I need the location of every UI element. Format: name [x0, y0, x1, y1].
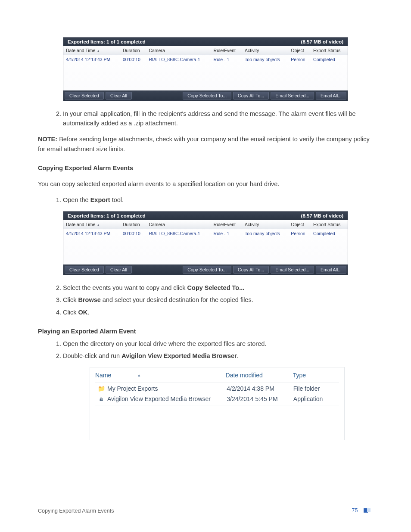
col-camera[interactable]: Camera	[146, 220, 211, 229]
sort-asc-icon: ▲	[97, 223, 100, 227]
explorer-header-row: Name ▲ Date modified Type	[90, 367, 344, 381]
application-icon: a	[98, 395, 105, 402]
panel-titlebar: Exported Items: 1 of 1 completed (8.57 M…	[63, 37, 348, 46]
email-all-button[interactable]: Email All...	[316, 266, 346, 274]
panel-title-right: (8.57 MB of video)	[301, 39, 343, 44]
col-date-modified[interactable]: Date modified	[226, 372, 293, 379]
list-item: Open the directory on your local drive w…	[63, 339, 373, 348]
explorer-cell-type: File folder	[293, 385, 339, 392]
panel-titlebar: Exported Items: 1 of 1 completed (8.57 M…	[63, 212, 348, 220]
panel-actionbar: Clear Selected Clear All Copy Selected T…	[63, 90, 348, 101]
cell-camera: RIALTO_8B8C-Camera-1	[146, 55, 211, 64]
col-datetime[interactable]: Date and Time▲	[63, 220, 120, 229]
divider	[95, 382, 339, 383]
footer-left: Copying Exported Alarm Events	[38, 508, 114, 514]
list-item: Open the Export tool.	[63, 195, 373, 205]
email-all-button[interactable]: Email All...	[316, 92, 346, 100]
copy-all-to-button[interactable]: Copy All To...	[233, 266, 269, 274]
explorer-row[interactable]: 📁My Project Exports 4/2/2014 4:38 PM Fil…	[90, 383, 344, 394]
clear-selected-button[interactable]: Clear Selected	[65, 266, 104, 274]
panel-title-left: Exported Items: 1 of 1 completed	[68, 39, 146, 44]
col-datetime[interactable]: Date and Time▲	[63, 46, 120, 55]
cell-ruleevent: Rule - 1	[211, 229, 243, 238]
panel-title-right: (8.57 MB of video)	[301, 213, 343, 218]
list-item: Select the events you want to copy and c…	[63, 283, 373, 292]
brand-squares-icon	[364, 508, 373, 514]
table-row[interactable]: 4/1/2014 12:13:43 PM 00:00:10 RIALTO_8B8…	[63, 55, 348, 64]
table-empty-space	[63, 64, 348, 90]
copy-step-list: Open the Export tool.	[38, 195, 373, 205]
cell-datetime: 4/1/2014 12:13:43 PM	[63, 229, 120, 238]
email-step-list: In your email application, fill in the r…	[38, 109, 373, 128]
list-item: Double-click and run Avigilon View Expor…	[63, 351, 373, 361]
copy-step-list-cont: Select the events you want to copy and c…	[38, 283, 373, 317]
table-header-row: Date and Time▲ Duration Camera Rule/Even…	[63, 220, 348, 229]
cell-duration: 00:00:10	[120, 229, 146, 238]
explorer-cell-date: 3/24/2014 5:45 PM	[227, 395, 293, 402]
list-item: Click OK.	[63, 308, 373, 317]
copy-selected-to-button[interactable]: Copy Selected To...	[183, 92, 231, 100]
page-number: 75	[352, 507, 358, 513]
explorer-cell-name: aAvigilon View Exported Media Browser	[98, 395, 227, 402]
explorer-empty-area	[90, 406, 344, 440]
panel-actionbar: Clear Selected Clear All Copy Selected T…	[63, 264, 348, 275]
table-row[interactable]: 4/1/2014 12:13:43 PM 00:00:10 RIALTO_8B8…	[63, 229, 348, 238]
cell-activity: Too many objects	[242, 229, 288, 238]
divider	[95, 405, 339, 405]
cell-ruleevent: Rule - 1	[211, 55, 243, 64]
play-step-list: Open the directory on your local drive w…	[38, 339, 373, 361]
col-ruleevent[interactable]: Rule/Event	[211, 46, 243, 55]
col-name[interactable]: Name ▲	[95, 372, 226, 379]
col-exportstatus[interactable]: Export Status	[311, 46, 348, 55]
email-selected-button[interactable]: Email Selected...	[271, 266, 314, 274]
cell-camera: RIALTO_8B8C-Camera-1	[146, 229, 211, 238]
heading-copying: Copying Exported Alarm Events	[38, 163, 373, 173]
explorer-cell-date: 4/2/2014 4:38 PM	[227, 385, 293, 392]
copy-intro: You can copy selected exported alarm eve…	[38, 179, 373, 189]
cell-exportstatus: Completed	[311, 229, 348, 238]
cell-object: Person	[288, 229, 311, 238]
table-empty-space	[63, 238, 348, 264]
explorer-row[interactable]: aAvigilon View Exported Media Browser 3/…	[90, 394, 344, 404]
panel-title-left: Exported Items: 1 of 1 completed	[68, 213, 146, 218]
col-activity[interactable]: Activity	[242, 220, 288, 229]
copy-selected-to-button[interactable]: Copy Selected To...	[183, 266, 231, 274]
col-camera[interactable]: Camera	[146, 46, 211, 55]
col-duration[interactable]: Duration	[120, 220, 146, 229]
cell-datetime: 4/1/2014 12:13:43 PM	[63, 55, 120, 64]
list-item: Click Browse and select your desired des…	[63, 295, 373, 305]
copy-all-to-button[interactable]: Copy All To...	[233, 92, 269, 100]
clear-selected-button[interactable]: Clear Selected	[65, 92, 104, 100]
cell-object: Person	[288, 55, 311, 64]
sort-asc-icon: ▲	[137, 373, 141, 377]
exported-items-panel: Exported Items: 1 of 1 completed (8.57 M…	[63, 37, 348, 101]
exported-items-table: Date and Time▲ Duration Camera Rule/Even…	[63, 220, 348, 264]
list-item: In your email application, fill in the r…	[63, 109, 373, 128]
page-footer: Copying Exported Alarm Events 75	[38, 507, 373, 514]
col-duration[interactable]: Duration	[120, 46, 146, 55]
cell-exportstatus: Completed	[311, 55, 348, 64]
col-object[interactable]: Object	[288, 46, 311, 55]
col-exportstatus[interactable]: Export Status	[311, 220, 348, 229]
table-header-row: Date and Time▲ Duration Camera Rule/Even…	[63, 46, 348, 55]
document-page: Exported Items: 1 of 1 completed (8.57 M…	[0, 0, 411, 532]
col-activity[interactable]: Activity	[242, 46, 288, 55]
col-type[interactable]: Type	[293, 372, 339, 379]
col-ruleevent[interactable]: Rule/Event	[211, 220, 243, 229]
explorer-cell-name: 📁My Project Exports	[98, 385, 227, 392]
exported-items-panel: Exported Items: 1 of 1 completed (8.57 M…	[63, 211, 348, 275]
exported-items-table: Date and Time▲ Duration Camera Rule/Even…	[63, 46, 348, 90]
note-label: NOTE:	[38, 136, 59, 143]
email-selected-button[interactable]: Email Selected...	[271, 92, 314, 100]
clear-all-button[interactable]: Clear All	[106, 92, 132, 100]
heading-playing: Playing an Exported Alarm Event	[38, 327, 373, 336]
note-text: Before sending large attachments, check …	[38, 136, 370, 152]
file-explorer-snippet: Name ▲ Date modified Type 📁My Project Ex…	[90, 367, 345, 440]
folder-icon: 📁	[98, 385, 105, 392]
note-paragraph: NOTE: Before sending large attachments, …	[38, 134, 373, 154]
cell-activity: Too many objects	[242, 55, 288, 64]
col-object[interactable]: Object	[288, 220, 311, 229]
clear-all-button[interactable]: Clear All	[106, 266, 132, 274]
sort-asc-icon: ▲	[97, 49, 100, 53]
cell-duration: 00:00:10	[120, 55, 146, 64]
